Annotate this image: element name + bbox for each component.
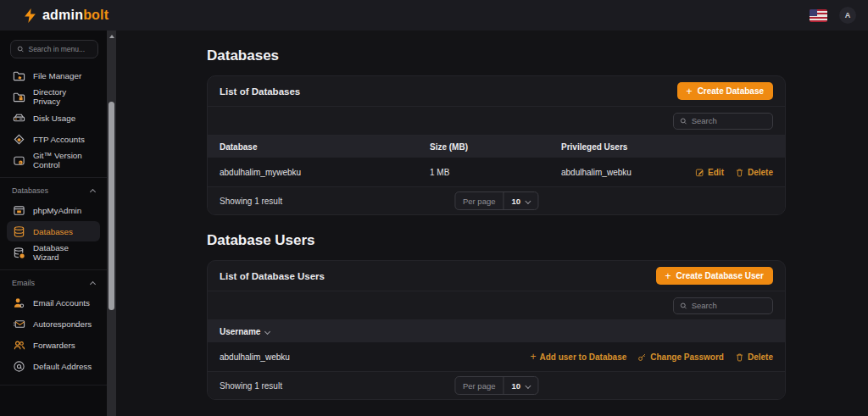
column-size: Size (MB) — [430, 142, 561, 152]
databases-table-header: Database Size (MB) Privileged Users — [208, 136, 785, 158]
create-database-button[interactable]: + Create Database — [677, 82, 773, 100]
lightning-bolt-icon — [24, 8, 36, 23]
results-count: Showing 1 result — [220, 381, 282, 391]
trash-icon — [735, 168, 744, 177]
sidebar-item-ftp-accounts[interactable]: FTP Accounts — [7, 129, 100, 149]
group-label: Databases — [12, 186, 48, 195]
column-database: Database — [220, 142, 430, 152]
search-icon — [680, 117, 687, 125]
language-flag-icon[interactable] — [810, 9, 827, 22]
sidebar-item-database-wizard[interactable]: Database Wizard — [7, 242, 100, 263]
sidebar-item-default-address[interactable]: Default Address — [7, 356, 100, 376]
search-icon — [17, 45, 24, 53]
column-privileged-users: Privileged Users — [561, 142, 773, 152]
chevron-down-icon — [525, 382, 531, 388]
sidebar-group-databases[interactable]: Databases — [12, 186, 95, 195]
sidebar-scrollbar-thumb[interactable] — [108, 102, 114, 310]
database-users-table-header: Username — [208, 320, 785, 342]
table-row: abdulhalim_webku + Add user to Database … — [208, 342, 785, 372]
directory-privacy-icon — [12, 90, 25, 103]
edit-icon — [695, 168, 704, 177]
delete-database-user-button[interactable]: Delete — [735, 352, 773, 362]
per-page-value: 10 — [511, 381, 520, 391]
sidebar-item-disk-usage[interactable]: Disk Usage — [7, 108, 100, 128]
sidebar-item-phpmyadmin[interactable]: phpMyAdmin — [7, 200, 100, 220]
sidebar-divider — [0, 269, 107, 270]
per-page-label: Per page — [455, 377, 504, 394]
database-users-search-input[interactable] — [692, 301, 766, 310]
sidebar-item-label: phpMyAdmin — [33, 206, 81, 215]
search-icon — [680, 302, 687, 310]
sidebar-item-file-manager[interactable]: File Manager — [7, 65, 100, 86]
sidebar-item-directory-privacy[interactable]: Directory Privacy — [7, 86, 100, 107]
databases-search[interactable] — [673, 113, 773, 130]
sidebar-item-email-accounts[interactable]: Email Accounts — [7, 292, 100, 313]
trash-icon — [735, 352, 744, 362]
file-manager-icon — [12, 69, 25, 82]
table-row: abdulhalim_mywebku 1 MB abdulhalim_webku… — [208, 158, 785, 187]
column-username-sort[interactable]: Username — [220, 327, 270, 336]
change-password-button[interactable]: Change Password — [637, 352, 724, 362]
sort-chevron-icon — [264, 328, 270, 334]
create-database-user-button[interactable]: + Create Database User — [656, 267, 773, 285]
sidebar-scrollbar[interactable] — [107, 31, 116, 416]
cell-size: 1 MB — [430, 168, 561, 177]
sidebar-search[interactable] — [10, 40, 98, 58]
sidebar-item-label: Directory Privacy — [33, 87, 95, 106]
sidebar-item-databases[interactable]: Databases — [7, 221, 100, 241]
sidebar-item-label: Autoresponders — [33, 319, 92, 329]
sidebar-item-forwarders[interactable]: Forwarders — [7, 335, 100, 355]
autoresponders-icon — [12, 317, 25, 330]
sidebar-group-emails[interactable]: Emails — [12, 279, 95, 287]
key-icon — [637, 352, 647, 362]
edit-database-button[interactable]: Edit — [695, 168, 724, 177]
sidebar-divider — [0, 385, 107, 385]
cell-database-name: abdulhalim_mywebku — [220, 168, 430, 177]
at-sign-icon — [12, 359, 25, 373]
group-label: Emails — [12, 279, 35, 287]
sidebar-item-label: Database Wizard — [33, 243, 95, 262]
databases-search-input[interactable] — [692, 116, 766, 125]
card-title: List of Database Users — [220, 271, 325, 281]
phpmyadmin-icon — [12, 203, 25, 217]
chevron-up-icon — [90, 281, 96, 287]
page-title-database-users: Database Users — [207, 232, 786, 249]
user-avatar[interactable]: A — [839, 7, 856, 24]
delete-database-button[interactable]: Delete — [735, 168, 773, 177]
sidebar-item-label: Forwarders — [33, 341, 75, 350]
scrollbar-up-arrow-icon[interactable] — [109, 35, 114, 38]
sidebar-item-label: Email Accounts — [33, 298, 90, 308]
sidebar-item-label: Databases — [33, 227, 73, 236]
card-title: List of Databases — [220, 86, 300, 97]
sidebar-item-autoresponders[interactable]: Autoresponders — [7, 313, 100, 334]
sidebar-item-label: Disk Usage — [33, 114, 75, 123]
database-users-search[interactable] — [673, 297, 773, 314]
sidebar: File Manager Directory Privacy Disk Usag… — [0, 31, 107, 416]
add-user-to-database-button[interactable]: + Add user to Database — [530, 351, 626, 363]
git-icon — [12, 153, 25, 167]
brand-text: adminbolt — [42, 8, 108, 23]
page-title-databases: Databases — [207, 47, 786, 64]
per-page-selector[interactable]: Per page 10 — [454, 191, 538, 210]
sidebar-item-label: FTP Accounts — [33, 135, 85, 144]
plus-icon: + — [687, 86, 693, 97]
per-page-value: 10 — [511, 197, 520, 206]
brand-logo[interactable]: adminbolt — [24, 8, 108, 23]
database-users-card: List of Database Users + Create Database… — [207, 260, 786, 400]
sidebar-divider — [0, 177, 107, 178]
cell-privileged-users: abdulhalim_webku — [561, 168, 632, 177]
sidebar-search-input[interactable] — [28, 45, 92, 53]
topbar: adminbolt A — [0, 0, 868, 31]
forwarders-icon — [12, 338, 25, 352]
ftp-accounts-icon — [12, 132, 25, 146]
per-page-selector[interactable]: Per page 10 — [454, 376, 538, 395]
disk-usage-icon — [12, 111, 25, 125]
chevron-up-icon — [90, 189, 96, 195]
database-wizard-icon — [12, 246, 25, 259]
plus-icon: + — [530, 351, 536, 363]
sidebar-item-label: Git™ Version Control — [33, 151, 95, 169]
cell-username: abdulhalim_webku — [220, 352, 290, 362]
email-accounts-icon — [12, 296, 25, 309]
sidebar-item-git-version-control[interactable]: Git™ Version Control — [7, 150, 100, 170]
main-content: Databases List of Databases + Create Dat… — [116, 31, 868, 416]
